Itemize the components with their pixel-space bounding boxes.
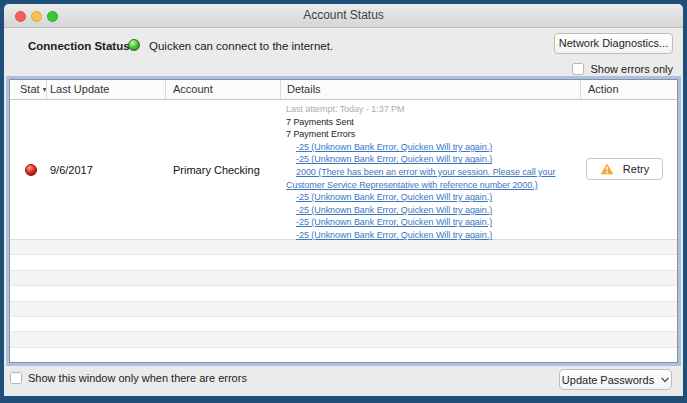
empty-row[interactable] <box>10 240 677 255</box>
empty-row[interactable] <box>10 348 677 362</box>
column-header-account[interactable]: Account <box>173 80 213 99</box>
column-header-action[interactable]: Action <box>588 80 619 99</box>
empty-row[interactable] <box>10 255 677 270</box>
column-header-stat[interactable]: Stat▾ <box>20 80 47 99</box>
window-title: Account Status <box>4 4 683 27</box>
chevron-down-icon <box>661 377 669 383</box>
screenshot-frame: Account Status Connection Status: Quicke… <box>0 0 687 403</box>
column-header-details[interactable]: Details <box>287 80 321 99</box>
empty-row[interactable] <box>10 332 677 347</box>
status-ok-icon <box>128 39 140 51</box>
show-errors-only-checkbox[interactable] <box>572 63 584 75</box>
retry-button-label: Retry <box>623 163 649 175</box>
close-button[interactable] <box>15 11 26 22</box>
retry-button[interactable]: Retry <box>586 158 663 180</box>
warning-icon <box>600 163 614 175</box>
status-error-icon <box>25 164 37 176</box>
table-row[interactable]: 9/6/2017 Primary Checking Last attempt: … <box>10 100 677 240</box>
update-passwords-button[interactable]: Update Passwords <box>559 369 672 390</box>
last-update-cell: 9/6/2017 <box>50 164 93 176</box>
column-divider <box>580 80 581 99</box>
error-link[interactable]: -25 (Unknown Bank Error, Quicken Will tr… <box>286 153 584 166</box>
empty-row[interactable] <box>10 286 677 301</box>
error-link[interactable]: -25 (Unknown Bank Error, Quicken Will tr… <box>286 216 584 229</box>
zoom-button[interactable] <box>47 11 58 22</box>
payment-errors-text: 7 Payment Errors <box>286 128 584 141</box>
account-cell: Primary Checking <box>173 164 260 176</box>
show-window-only-control[interactable]: Show this window only when there are err… <box>10 372 247 384</box>
account-status-window: Account Status Connection Status: Quicke… <box>4 4 683 396</box>
error-link[interactable]: -25 (Unknown Bank Error, Quicken Will tr… <box>286 141 584 154</box>
title-bar[interactable]: Account Status <box>4 4 683 28</box>
table-header: Stat▾ Last Update Account Details Action <box>10 80 677 100</box>
show-errors-only-label: Show errors only <box>590 63 673 75</box>
empty-row[interactable] <box>10 302 677 317</box>
minimize-button[interactable] <box>31 11 42 22</box>
details-cell: Last attempt: Today - 1:37 PM 7 Payments… <box>286 103 584 254</box>
column-divider <box>46 80 47 99</box>
show-window-only-checkbox[interactable] <box>10 372 22 384</box>
connection-status-text: Quicken can connect to the internet. <box>149 40 333 52</box>
connection-status-label: Connection Status: <box>28 40 133 52</box>
payments-sent-text: 7 Payments Sent <box>286 116 584 129</box>
error-link[interactable]: 2000 (There has been an error with your … <box>286 166 584 191</box>
error-link[interactable]: -25 (Unknown Bank Error, Quicken Will tr… <box>286 191 584 204</box>
column-divider <box>165 80 166 99</box>
column-divider <box>280 80 281 99</box>
show-errors-only-control[interactable]: Show errors only <box>572 63 673 75</box>
column-header-last-update[interactable]: Last Update <box>50 80 109 99</box>
empty-rows-area <box>10 240 677 362</box>
empty-row[interactable] <box>10 317 677 332</box>
update-passwords-label: Update Passwords <box>562 374 654 386</box>
empty-row[interactable] <box>10 271 677 286</box>
last-attempt-text: Last attempt: Today - 1:37 PM <box>286 103 584 116</box>
show-window-only-label: Show this window only when there are err… <box>28 372 247 384</box>
network-diagnostics-button[interactable]: Network Diagnostics... <box>554 33 673 54</box>
error-link[interactable]: -25 (Unknown Bank Error, Quicken Will tr… <box>286 204 584 217</box>
account-status-table[interactable]: Stat▾ Last Update Account Details Action… <box>9 79 678 363</box>
